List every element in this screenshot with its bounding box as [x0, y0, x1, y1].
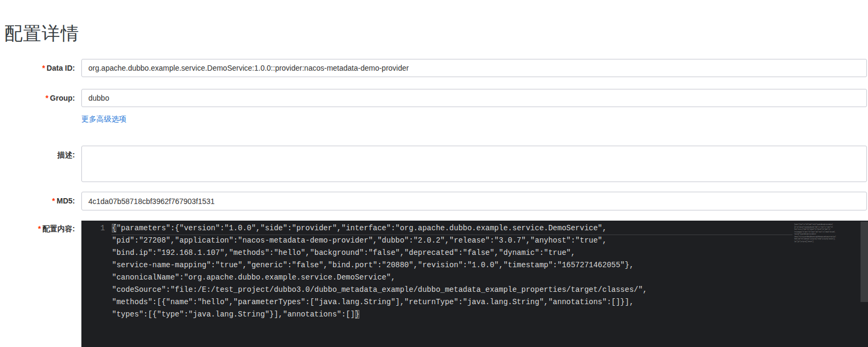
md5-label: *MD5: [0, 197, 75, 205]
description-label: 描述: [0, 150, 75, 160]
required-asterisk: * [38, 224, 41, 233]
code-line: "service-name-mapping":"true","generic":… [112, 259, 788, 271]
config-content-label-text: 配置内容: [42, 224, 75, 233]
code-line: "types":[{"type":"java.lang.String"}],"a… [112, 308, 788, 321]
editor-minimap[interactable]: {"parameters":{"version":"1.0.0","side":… [794, 223, 859, 247]
required-asterisk: * [46, 94, 48, 102]
more-advanced-options-link[interactable]: 更多高级选项 [81, 115, 126, 124]
code-line: "codeSource":"file:/E:/test_project/dubb… [112, 284, 788, 296]
editor-gutter: 1 [81, 221, 109, 347]
config-content-editor[interactable]: 1 {"parameters":{"version":"1.0.0","side… [81, 221, 868, 347]
editor-minimap-content: {"parameters":{"version":"1.0.0","side":… [794, 223, 859, 243]
editor-scrollbar[interactable] [861, 222, 868, 302]
data-id-input[interactable] [81, 59, 867, 77]
data-id-label-text: Data ID: [47, 64, 75, 72]
md5-label-text: MD5: [57, 197, 75, 205]
code-line: "methods":[{"name":"hello","parameterTyp… [112, 296, 788, 308]
description-label-text: 描述: [57, 150, 75, 159]
matching-bracket-highlight: } [355, 310, 359, 319]
code-line: "pid":"27208","application":"nacos-metad… [112, 235, 788, 247]
page-title: 配置详情 [4, 21, 79, 46]
data-id-label: *Data ID: [0, 64, 75, 72]
editor-line-number: 1 [101, 222, 105, 235]
editor-code-lines: {"parameters":{"version":"1.0.0","side":… [112, 222, 788, 321]
code-line: "bind.ip":"192.168.1.107","methods":"hel… [112, 247, 788, 259]
description-textarea[interactable] [81, 146, 867, 182]
group-label-text: Group: [50, 94, 75, 102]
md5-input[interactable] [81, 192, 867, 210]
group-input[interactable] [81, 89, 867, 107]
config-detail-page: 配置详情 *Data ID: *Group: 更多高级选项 描述: *MD5: … [0, 0, 868, 347]
group-label: *Group: [0, 94, 75, 102]
code-line: {"parameters":{"version":"1.0.0","side":… [112, 222, 788, 235]
matching-bracket-highlight: { [112, 224, 116, 232]
required-asterisk: * [42, 64, 45, 72]
code-line: "canonicalName":"org.apache.dubbo.exampl… [112, 271, 788, 284]
required-asterisk: * [52, 197, 55, 205]
config-content-label: *配置内容: [0, 224, 75, 234]
